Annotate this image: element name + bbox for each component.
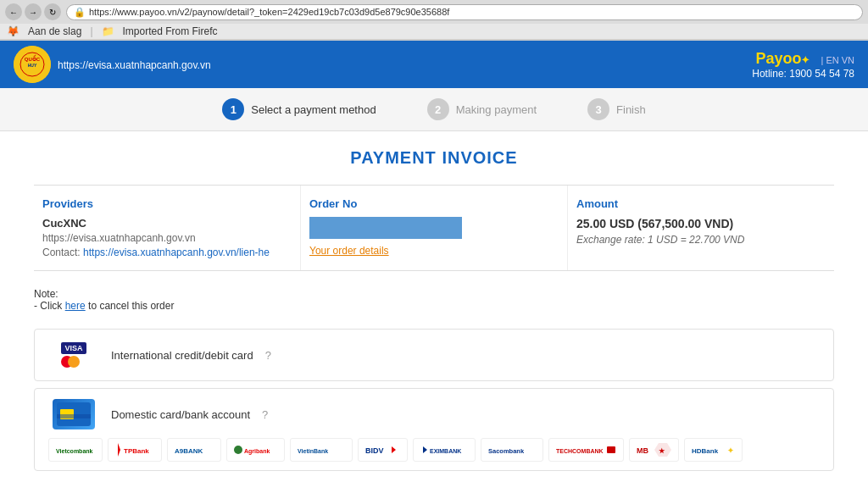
- svg-text:HDBank: HDBank: [692, 447, 719, 455]
- domestic-icon-area: [48, 397, 99, 431]
- lang-switcher[interactable]: | EN VN: [821, 55, 854, 65]
- bank-abbank[interactable]: A9BANK: [167, 438, 221, 462]
- note-section: Note: - Click here to cancel this order: [34, 288, 834, 312]
- svg-text:BIDV: BIDV: [365, 446, 384, 455]
- lock-icon: 🔒: [74, 7, 86, 18]
- svg-text:VietinBank: VietinBank: [298, 448, 328, 454]
- svg-text:Vietcombank: Vietcombank: [56, 448, 93, 454]
- svg-text:★: ★: [659, 447, 665, 455]
- provider-url: https://evisa.xuatnhapcanh.gov.vn: [42, 232, 292, 244]
- step-1: 1 Select a payment method: [222, 98, 376, 120]
- provider-name: CucXNC: [42, 217, 292, 230]
- address-text: https://www.payoo.vn/v2/paynow/detail?_t…: [89, 7, 449, 17]
- payoo-brand: Payoo✦ | EN VN: [752, 50, 854, 68]
- bank-tpbank[interactable]: TPBank: [108, 438, 162, 462]
- site-url-label: https://evisa.xuatnhapcanh.gov.vn: [58, 58, 211, 71]
- domestic-card-label: Domestic card/bank account: [111, 408, 250, 421]
- steps-bar: 1 Select a payment method 2 Making payme…: [0, 88, 868, 131]
- svg-text:Agribank: Agribank: [244, 448, 270, 455]
- address-bar[interactable]: 🔒 https://www.payoo.vn/v2/paynow/detail?…: [66, 4, 863, 20]
- order-label: Order No: [309, 197, 559, 210]
- svg-text:HUY: HUY: [28, 63, 37, 68]
- step-3: 3 Finish: [587, 98, 646, 120]
- browser-toolbar: ← → ↻ 🔒 https://www.payoo.vn/v2/paynow/d…: [0, 0, 868, 24]
- bookmarks-bar: 🦊 Aan de slag | 📁 Imported From Firefc: [0, 24, 868, 40]
- provider-contact-link[interactable]: https://evisa.xuatnhapcanh.gov.vn/lien-h…: [83, 247, 270, 258]
- amount-column: Amount 25.00 USD (567,500.00 VND) Exchan…: [568, 186, 834, 270]
- hotline-label: Hotline: 1900 54 54 78: [752, 68, 854, 80]
- svg-text:TPBank: TPBank: [124, 447, 149, 455]
- domestic-card-icon: [53, 399, 95, 429]
- back-button[interactable]: ←: [5, 3, 22, 20]
- intl-card-help-icon[interactable]: ?: [265, 349, 271, 362]
- bookmark-imported[interactable]: Imported From Firefc: [123, 25, 218, 37]
- step-1-label: Select a payment method: [251, 103, 376, 116]
- step-3-label: Finish: [616, 103, 646, 116]
- browser-chrome: ← → ↻ 🔒 https://www.payoo.vn/v2/paynow/d…: [0, 0, 868, 41]
- provider-contact: Contact: https://evisa.xuatnhapcanh.gov.…: [42, 247, 292, 258]
- site-url-text: https://evisa.xuatnhapcanh.gov.vn: [58, 59, 211, 71]
- step-2: 2 Making payment: [427, 98, 537, 120]
- payoo-logo: Payoo✦: [755, 50, 814, 67]
- svg-rect-6: [57, 414, 91, 418]
- svg-text:TECHCOMBANK: TECHCOMBANK: [556, 448, 604, 454]
- bank-hdbank[interactable]: HDBank ✦: [684, 438, 743, 462]
- providers-column: Providers CucXNC https://evisa.xuatnhapc…: [34, 186, 301, 270]
- svg-marker-15: [392, 446, 396, 453]
- card-icon-area: VISA: [48, 338, 99, 372]
- bank-vietcombank[interactable]: Vietcombank: [48, 438, 103, 462]
- svg-marker-8: [118, 443, 120, 457]
- order-number-bar: [309, 217, 462, 239]
- bank-eximbank[interactable]: EXIMBANK: [413, 438, 476, 462]
- order-column: Order No Your order details: [301, 186, 568, 270]
- bank-sacombank[interactable]: Sacombank: [481, 438, 543, 462]
- header-right: Payoo✦ | EN VN Hotline: 1900 54 54 78: [752, 50, 854, 80]
- invoice-title: PAYMENT INVOICE: [34, 148, 834, 168]
- domestic-card-help-icon[interactable]: ?: [262, 408, 268, 421]
- step-2-circle: 2: [427, 98, 449, 120]
- svg-marker-16: [423, 446, 427, 453]
- svg-text:EXIMBANK: EXIMBANK: [430, 448, 461, 454]
- site-header: QUỐC HUY https://evisa.xuatnhapcanh.gov.…: [0, 41, 868, 88]
- intl-card-row[interactable]: VISA International credit/debit card ?: [34, 329, 834, 381]
- mastercard-icon: [61, 356, 86, 368]
- providers-label: Providers: [42, 197, 292, 210]
- step-3-circle: 3: [587, 98, 609, 120]
- logo-badge: QUỐC HUY: [14, 46, 51, 83]
- bank-mbbank[interactable]: MB ★: [629, 438, 679, 462]
- reload-button[interactable]: ↻: [44, 3, 61, 20]
- bank-vietinbank[interactable]: VietinBank: [290, 438, 353, 462]
- nav-buttons: ← → ↻: [5, 3, 61, 20]
- cancel-order-link[interactable]: here: [65, 300, 86, 312]
- amount-value: 25.00 USD (567,500.00 VND): [576, 217, 826, 230]
- bookmark-firefox-icon: 🦊: [7, 25, 19, 37]
- svg-point-11: [234, 446, 242, 454]
- bookmark-aan-de-slag[interactable]: Aan de slag: [28, 25, 81, 37]
- intl-card-label: International credit/debit card: [111, 349, 253, 362]
- main-content: PAYMENT INVOICE Providers CucXNC https:/…: [0, 131, 868, 482]
- amount-label: Amount: [576, 197, 826, 210]
- forward-button[interactable]: →: [25, 3, 42, 20]
- bank-agribank[interactable]: Agribank: [226, 438, 285, 462]
- bank-logos: Vietcombank TPBank A9BANK Agribank: [48, 438, 820, 462]
- domestic-card-row[interactable]: Domestic card/bank account ? Vietcombank…: [34, 388, 834, 471]
- step-1-circle: 1: [222, 98, 244, 120]
- step-2-label: Making payment: [456, 103, 537, 116]
- domestic-header: Domestic card/bank account ?: [48, 397, 820, 431]
- bank-techcombank[interactable]: TECHCOMBANK: [548, 438, 624, 462]
- svg-rect-20: [607, 446, 615, 453]
- svg-text:A9BANK: A9BANK: [175, 447, 203, 455]
- site-logo: QUỐC HUY https://evisa.xuatnhapcanh.gov.…: [14, 46, 211, 83]
- visa-icon: VISA: [61, 342, 86, 354]
- svg-text:MB: MB: [637, 446, 648, 455]
- bookmark-divider: |: [90, 25, 92, 37]
- bookmark-folder-icon: 📁: [102, 25, 114, 37]
- svg-text:Sacombank: Sacombank: [488, 447, 525, 455]
- invoice-table: Providers CucXNC https://evisa.xuatnhapc…: [34, 185, 834, 271]
- order-details-link[interactable]: Your order details: [309, 245, 389, 257]
- exchange-rate: Exchange rate: 1 USD = 22.700 VND: [576, 234, 826, 246]
- svg-text:✦: ✦: [727, 446, 734, 455]
- bank-bidv[interactable]: BIDV: [358, 438, 408, 462]
- card-icons: VISA: [61, 342, 86, 368]
